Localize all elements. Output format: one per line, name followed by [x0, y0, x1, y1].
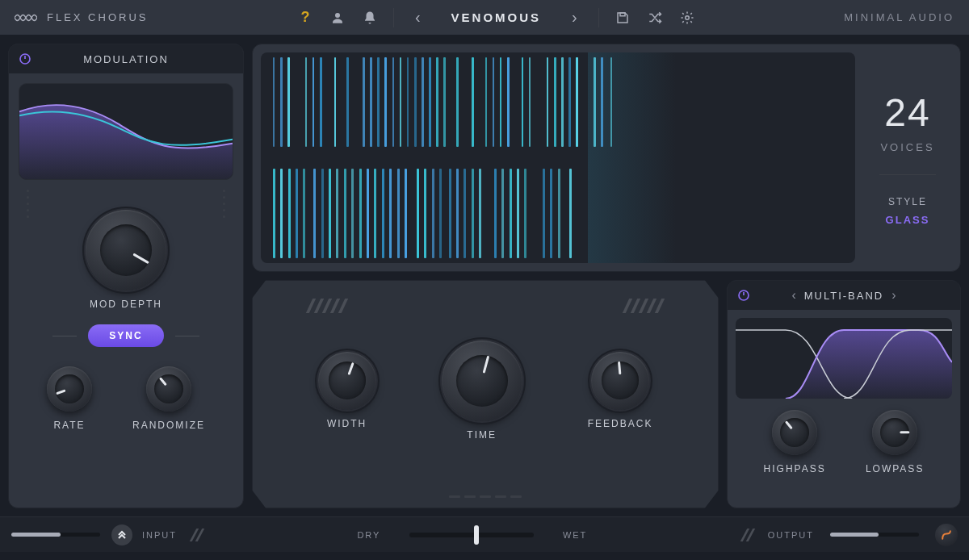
randomize-knob[interactable]	[146, 366, 191, 412]
mod-depth-label: MOD DEPTH	[90, 299, 162, 310]
feedback-knob[interactable]	[591, 352, 649, 410]
wave-logo-icon	[15, 10, 37, 25]
input-label: INPUT	[142, 530, 177, 540]
mix-slider[interactable]	[409, 533, 533, 537]
user-icon[interactable]	[329, 10, 346, 26]
filter-prev-button[interactable]: ‹	[783, 288, 803, 303]
highpass-label: HIGHPASS	[764, 463, 826, 474]
filter-power-button[interactable]	[736, 287, 752, 303]
header-bar: FLEX CHORUS ? ‹ VENOMOUS › MINIMAL AUDIO	[0, 0, 969, 36]
decor-chevrons-right	[744, 529, 752, 541]
width-label: WIDTH	[327, 418, 367, 429]
highpass-knob[interactable]	[772, 410, 817, 455]
decor-stripes-right	[626, 299, 661, 313]
bell-icon[interactable]	[361, 10, 379, 26]
sync-button[interactable]: SYNC	[88, 324, 163, 347]
lowpass-label: LOWPASS	[866, 463, 924, 474]
decor-stripes-left	[309, 299, 345, 313]
time-panel: WIDTH TIME FEEDBACK	[252, 280, 719, 508]
filter-header: ‹ MULTI-BAND ›	[728, 281, 960, 310]
lowpass-knob[interactable]	[872, 410, 917, 455]
voices-panel: 24 VOICES STYLE GLASS	[252, 44, 961, 272]
help-icon[interactable]: ?	[296, 10, 314, 26]
modulation-power-button[interactable]	[17, 51, 33, 67]
dry-label: DRY	[357, 530, 380, 540]
rate-knob[interactable]	[47, 366, 92, 412]
preset-navigator: ‹ VENOMOUS ›	[409, 8, 584, 27]
modulation-header: MODULATION	[9, 44, 243, 73]
style-label: STYLE	[888, 196, 927, 207]
voices-visualizer[interactable]	[261, 52, 855, 263]
filter-next-button[interactable]: ›	[883, 288, 904, 303]
svg-rect-1	[620, 13, 625, 16]
plugin-logo-group: FLEX CHORUS	[15, 10, 148, 25]
rate-label: RATE	[53, 420, 85, 431]
mod-depth-knob[interactable]	[86, 210, 166, 290]
preset-next-button[interactable]: ›	[565, 8, 584, 27]
modulation-waveform-display[interactable]	[19, 83, 233, 180]
modulation-panel: MODULATION MOD DE	[8, 44, 244, 508]
randomize-label: RANDOMIZE	[132, 420, 205, 431]
voice-count[interactable]: 24	[884, 90, 930, 135]
plugin-name: FLEX CHORUS	[47, 11, 148, 23]
modulation-title: MODULATION	[83, 53, 169, 65]
footer-bar: INPUT DRY WET OUTPUT	[0, 516, 969, 552]
expand-button[interactable]	[111, 524, 132, 545]
wet-label: WET	[563, 530, 587, 540]
time-knob[interactable]	[442, 341, 522, 421]
brand-logo-icon[interactable]	[935, 524, 958, 546]
filter-curve-display[interactable]	[736, 318, 952, 399]
feedback-label: FEEDBACK	[588, 418, 653, 429]
style-value[interactable]: GLASS	[886, 214, 930, 226]
preset-name[interactable]: VENOMOUS	[451, 10, 542, 24]
voice-count-label: VOICES	[880, 141, 934, 153]
svg-point-2	[686, 15, 690, 19]
shuffle-icon[interactable]	[646, 10, 664, 26]
settings-icon[interactable]	[678, 10, 696, 26]
filter-panel: ‹ MULTI-BAND › HIGHPASS	[727, 280, 961, 508]
output-label: OUTPUT	[768, 530, 814, 540]
time-label: TIME	[467, 429, 497, 441]
filter-title: MULTI-BAND	[804, 290, 883, 302]
decor-center-dots	[449, 495, 522, 498]
save-icon[interactable]	[614, 10, 631, 26]
width-knob[interactable]	[318, 352, 376, 410]
input-slider[interactable]	[11, 533, 100, 537]
brand-name: MINIMAL AUDIO	[844, 11, 954, 23]
preset-prev-button[interactable]: ‹	[409, 8, 427, 27]
svg-point-0	[335, 13, 340, 18]
decor-chevrons	[193, 529, 201, 541]
output-slider[interactable]	[830, 533, 919, 537]
